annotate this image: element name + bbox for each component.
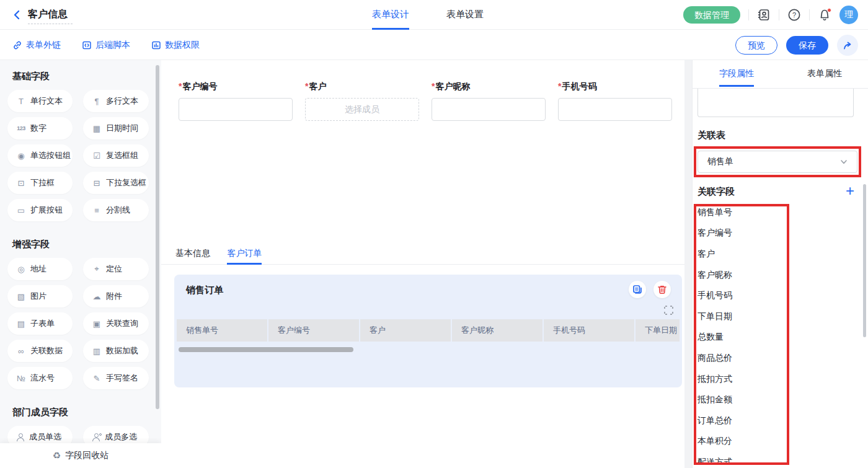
- sales-order-subform[interactable]: 销售订单 销售单号 客户编号 客户 客户昵称 手机号码 下单日期: [174, 275, 682, 387]
- avatar[interactable]: 理: [839, 6, 858, 24]
- form-title[interactable]: 客户信息: [28, 8, 68, 21]
- customer-nickname-input[interactable]: [432, 98, 546, 121]
- related-field-item[interactable]: 商品总价: [696, 348, 787, 369]
- field-customer-code[interactable]: *客户编号: [179, 81, 293, 121]
- column-header[interactable]: 客户编号: [268, 319, 359, 342]
- column-header[interactable]: 客户: [360, 319, 451, 342]
- palette-item-serial-number[interactable]: №流水号: [7, 367, 73, 389]
- related-field-item[interactable]: 抵扣方式: [696, 369, 787, 390]
- delete-button[interactable]: [653, 281, 671, 298]
- preview-button[interactable]: 预览: [735, 36, 777, 55]
- tab-customer-orders[interactable]: 客户订单: [227, 246, 262, 265]
- data-manage-button[interactable]: 数据管理: [683, 6, 740, 24]
- panel-tabs: 字段属性 表单属性: [693, 60, 868, 89]
- canvas-panel-gutter: [684, 60, 692, 468]
- field-label: *手机号码: [558, 81, 672, 92]
- palette-item-label: 复选框组: [106, 150, 138, 161]
- help-icon[interactable]: ?: [787, 8, 801, 22]
- column-header[interactable]: 客户昵称: [452, 319, 542, 342]
- palette-item-label: 成员单选: [29, 431, 61, 443]
- external-link-button[interactable]: 表单外链: [12, 30, 61, 60]
- related-field-item[interactable]: 本单积分: [696, 431, 787, 453]
- field-recycle-bin-button[interactable]: ♻ 字段回收站: [0, 443, 161, 468]
- palette-item-number[interactable]: 123数字: [7, 117, 73, 139]
- palette-item-multi-line-text[interactable]: ¶多行文本: [83, 90, 149, 112]
- related-field-item[interactable]: 下单日期: [696, 306, 787, 327]
- contacts-icon[interactable]: [757, 8, 771, 22]
- palette-item-address[interactable]: ◎地址: [7, 258, 73, 280]
- palette-item-location[interactable]: ⌖定位: [83, 258, 149, 280]
- palette-item-datetime[interactable]: ▦日期时间: [83, 117, 149, 139]
- palette-item-related-query[interactable]: ▣关联查询: [83, 312, 149, 335]
- title-edit-underline: [28, 24, 73, 24]
- enhanced-fields-grid: ◎地址 ⌖定位 ▧图片 ☁附件 ▤子表单 ▣关联查询 ∞关联数据 ▥数据加载 №…: [7, 258, 161, 389]
- tab-form-properties[interactable]: 表单属性: [781, 60, 868, 88]
- share-button[interactable]: [837, 35, 858, 56]
- copy-button[interactable]: [629, 281, 646, 298]
- related-field-item[interactable]: 手机号码: [696, 285, 787, 306]
- canvas-tabs: 基本信息 客户订单: [161, 246, 684, 265]
- notification-bell-icon[interactable]: [818, 8, 831, 22]
- palette-item-subform[interactable]: ▤子表单: [7, 312, 73, 335]
- palette-item-single-line-text[interactable]: T单行文本: [7, 90, 73, 112]
- column-header[interactable]: 下单日期: [636, 319, 680, 342]
- related-table-dropdown[interactable]: 销售单: [698, 151, 857, 173]
- location-icon: ⌖: [92, 264, 102, 274]
- expand-icon[interactable]: [663, 305, 674, 316]
- share-arrow-icon: [842, 40, 853, 51]
- tab-basic-info[interactable]: 基本信息: [175, 246, 210, 265]
- palette-item-related-data[interactable]: ∞关联数据: [7, 340, 73, 362]
- palette-item-checkbox-group[interactable]: ☑复选框组: [83, 144, 149, 167]
- tab-form-design[interactable]: 表单设计: [372, 0, 409, 30]
- palette-item-signature[interactable]: ✎手写签名: [83, 367, 149, 389]
- palette-item-label: 定位: [106, 263, 122, 275]
- related-field-item[interactable]: 客户编号: [696, 223, 787, 244]
- palette-item-label: 数据加载: [106, 345, 138, 356]
- palette-item-label: 成员多选: [105, 431, 137, 443]
- address-icon: ◎: [16, 265, 26, 274]
- notification-dot: [827, 8, 831, 12]
- field-customer[interactable]: *客户 选择成员: [305, 81, 419, 121]
- palette-item-data-load[interactable]: ▥数据加载: [83, 340, 149, 362]
- related-field-item[interactable]: 配送方式: [696, 452, 787, 465]
- form-toolbar: 表单外链 后端脚本 数据权限 预览 保存: [0, 30, 868, 60]
- palette-item-extend-button[interactable]: ▭扩展按钮: [7, 199, 73, 221]
- column-header[interactable]: 销售单号: [177, 319, 267, 342]
- palette-item-multi-select[interactable]: ⊟下拉复选框: [83, 172, 149, 194]
- sidebar-scrollbar[interactable]: [156, 65, 159, 409]
- palette-item-select[interactable]: ⊡下拉框: [7, 172, 73, 194]
- palette-item-divider-line[interactable]: ≡分割线: [83, 199, 149, 221]
- palette-item-attachment[interactable]: ☁附件: [83, 285, 149, 307]
- select-member-input[interactable]: 选择成员: [305, 98, 419, 121]
- customer-code-input[interactable]: [179, 98, 293, 121]
- palette-item-label: 日期时间: [106, 123, 138, 134]
- related-field-item[interactable]: 抵扣金额: [696, 389, 787, 410]
- palette-item-label: 图片: [30, 291, 46, 302]
- phone-number-input[interactable]: [558, 98, 672, 121]
- column-header[interactable]: 手机号码: [544, 319, 634, 342]
- toolbar-right-cluster: 预览 保存: [735, 30, 858, 60]
- field-customer-nickname[interactable]: *客户昵称: [432, 81, 546, 121]
- backend-script-button[interactable]: 后端脚本: [82, 30, 130, 60]
- palette-item-radio-group[interactable]: ◉单选按钮组: [7, 144, 73, 167]
- related-field-item[interactable]: 客户: [696, 244, 787, 265]
- related-field-item[interactable]: 销售单号: [696, 204, 787, 223]
- radio-group-icon: ◉: [16, 151, 26, 161]
- data-permission-button[interactable]: 数据权限: [151, 30, 200, 60]
- tab-form-settings[interactable]: 表单设置: [446, 0, 484, 30]
- save-button[interactable]: 保存: [786, 36, 828, 55]
- tab-field-properties[interactable]: 字段属性: [693, 60, 781, 88]
- panel-scrollbar[interactable]: [863, 184, 866, 337]
- field-name-input[interactable]: [698, 89, 854, 117]
- back-button[interactable]: [10, 7, 25, 22]
- related-field-item[interactable]: 订单总价: [696, 410, 787, 431]
- horizontal-scrollbar[interactable]: [179, 347, 353, 352]
- add-field-icon[interactable]: +: [846, 183, 854, 198]
- field-label: *客户: [305, 81, 419, 92]
- palette-item-image[interactable]: ▧图片: [7, 285, 73, 307]
- related-field-item[interactable]: 客户昵称: [696, 265, 787, 286]
- basic-fields-grid: T单行文本 ¶多行文本 123数字 ▦日期时间 ◉单选按钮组 ☑复选框组 ⊡下拉…: [7, 90, 161, 221]
- section-title-enhanced-fields: 增强字段: [12, 239, 161, 250]
- field-phone-number[interactable]: *手机号码: [558, 81, 672, 121]
- related-field-item[interactable]: 总数量: [696, 327, 787, 348]
